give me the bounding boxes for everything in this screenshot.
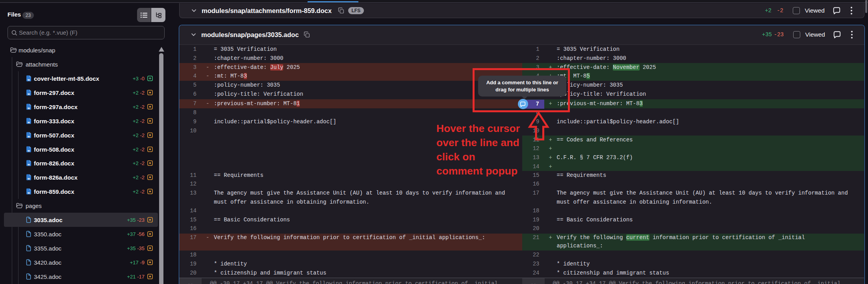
svg-text:w: w — [27, 92, 30, 95]
svg-text:w: w — [27, 134, 30, 138]
svg-text:w: w — [27, 191, 30, 195]
svg-text:w: w — [27, 106, 30, 110]
svg-text:w: w — [27, 148, 30, 152]
svg-text:w: w — [27, 163, 30, 166]
svg-text:w: w — [27, 78, 30, 81]
svg-text:w: w — [27, 177, 30, 180]
svg-text:w: w — [27, 120, 30, 124]
